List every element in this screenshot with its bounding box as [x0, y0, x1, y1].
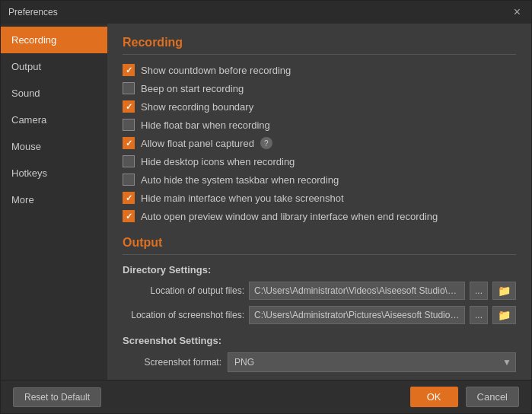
- footer-right: OK Cancel: [410, 387, 519, 407]
- checkbox-hide-main-interface[interactable]: [123, 192, 135, 204]
- format-row: Screenshot format: PNGJPGBMPGIF ▼: [123, 352, 516, 372]
- checkbox-row-hide-main-interface: Hide main interface when you take screen…: [123, 192, 516, 204]
- dialog-footer: Reset to Default OK Cancel: [1, 380, 531, 413]
- screenshot-settings-label: Screenshot Settings:: [123, 335, 516, 346]
- output-browse-button[interactable]: ...: [470, 282, 488, 300]
- content-area: Recording Show countdown before recordin…: [107, 24, 531, 380]
- checkbox-row-hide-float-bar: Hide float bar when recording: [123, 119, 516, 131]
- sidebar-item-mouse[interactable]: Mouse: [1, 133, 107, 160]
- checkbox-label-hide-float-bar: Hide float bar when recording: [141, 119, 270, 131]
- sidebar-item-hotkeys[interactable]: Hotkeys: [1, 160, 107, 186]
- checkbox-row-hide-desktop-icons: Hide desktop icons when recording: [123, 155, 516, 167]
- dialog-body: RecordingOutputSoundCameraMouseHotkeysMo…: [1, 24, 531, 380]
- checkbox-auto-hide-taskbar[interactable]: [123, 174, 135, 186]
- checkbox-row-allow-float-panel: Allow float panel captured?: [123, 137, 516, 149]
- checkbox-row-beep-start: Beep on start recording: [123, 82, 516, 94]
- screenshot-files-input[interactable]: [249, 306, 465, 324]
- screenshot-browse-button[interactable]: ...: [470, 306, 488, 324]
- sidebar-item-more[interactable]: More: [1, 186, 107, 213]
- recording-section-title: Recording: [123, 36, 516, 55]
- checkbox-label-auto-hide-taskbar: Auto hide the system taskbar when record…: [141, 174, 339, 186]
- checkbox-auto-open-preview[interactable]: [123, 210, 135, 222]
- title-bar: Preferences ×: [1, 1, 531, 24]
- format-select-wrapper: PNGJPGBMPGIF ▼: [228, 352, 516, 372]
- checkbox-label-show-boundary: Show recording boundary: [141, 101, 253, 113]
- checkbox-row-show-countdown: Show countdown before recording: [123, 64, 516, 76]
- sidebar-item-recording[interactable]: Recording: [1, 27, 107, 53]
- checkbox-hide-float-bar[interactable]: [123, 119, 135, 131]
- checkbox-row-show-boundary: Show recording boundary: [123, 100, 516, 113]
- screenshot-settings-section: Screenshot Settings: Screenshot format: …: [123, 335, 516, 372]
- checkbox-beep-start[interactable]: [123, 82, 135, 94]
- ok-button[interactable]: OK: [410, 387, 458, 407]
- sidebar-item-output[interactable]: Output: [1, 53, 107, 80]
- output-folder-button[interactable]: 📁: [492, 282, 516, 300]
- output-files-row: Location of output files: ... 📁: [123, 282, 516, 300]
- output-section: Output Directory Settings: Location of o…: [123, 236, 516, 372]
- checkbox-row-auto-open-preview: Auto open preview window and library int…: [123, 210, 516, 222]
- checkbox-row-auto-hide-taskbar: Auto hide the system taskbar when record…: [123, 174, 516, 186]
- checkbox-show-boundary[interactable]: [123, 100, 135, 113]
- sidebar: RecordingOutputSoundCameraMouseHotkeysMo…: [1, 24, 107, 380]
- screenshot-files-label: Location of screenshot files:: [123, 310, 244, 320]
- screenshot-format-label: Screenshot format:: [123, 357, 221, 368]
- reset-button[interactable]: Reset to Default: [13, 387, 101, 407]
- checkbox-allow-float-panel[interactable]: [123, 137, 135, 149]
- screenshot-format-select[interactable]: PNGJPGBMPGIF: [228, 352, 516, 372]
- checkbox-label-auto-open-preview: Auto open preview window and library int…: [141, 211, 438, 222]
- screenshot-folder-button[interactable]: 📁: [492, 306, 516, 324]
- dialog-title: Preferences: [8, 7, 58, 18]
- sidebar-item-camera[interactable]: Camera: [1, 107, 107, 133]
- help-icon-allow-float-panel[interactable]: ?: [260, 137, 272, 149]
- checkbox-show-countdown[interactable]: [123, 64, 135, 76]
- close-button[interactable]: ×: [511, 6, 524, 18]
- output-section-title: Output: [123, 236, 516, 255]
- checkboxes-container: Show countdown before recordingBeep on s…: [123, 64, 516, 222]
- cancel-button[interactable]: Cancel: [466, 387, 519, 407]
- output-files-input[interactable]: [249, 282, 465, 300]
- output-files-label: Location of output files:: [123, 285, 244, 296]
- checkbox-label-beep-start: Beep on start recording: [141, 83, 244, 94]
- directory-settings-label: Directory Settings:: [123, 264, 516, 275]
- sidebar-item-sound[interactable]: Sound: [1, 80, 107, 107]
- checkbox-label-hide-desktop-icons: Hide desktop icons when recording: [141, 156, 295, 167]
- checkbox-label-show-countdown: Show countdown before recording: [141, 65, 291, 76]
- screenshot-files-row: Location of screenshot files: ... 📁: [123, 306, 516, 324]
- checkbox-hide-desktop-icons[interactable]: [123, 155, 135, 167]
- checkbox-label-hide-main-interface: Hide main interface when you take screen…: [141, 193, 344, 204]
- preferences-dialog: Preferences × RecordingOutputSoundCamera…: [0, 0, 532, 414]
- checkbox-label-allow-float-panel: Allow float panel captured: [141, 138, 254, 149]
